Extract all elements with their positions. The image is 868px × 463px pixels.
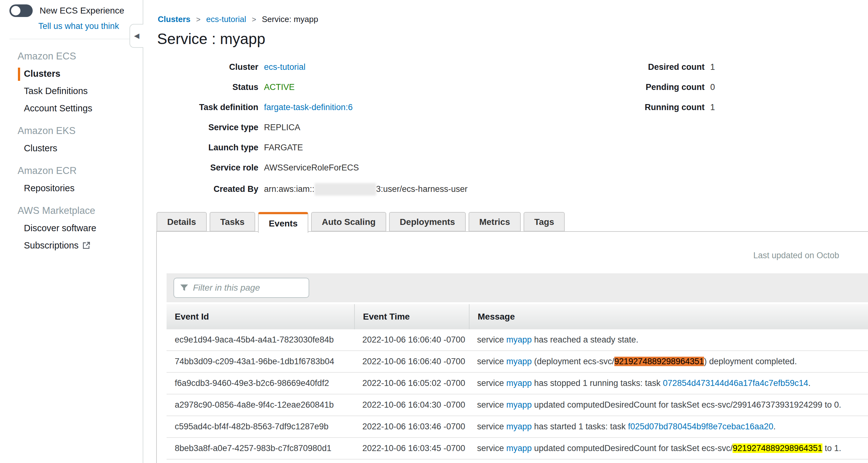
detail-label: Launch type	[158, 143, 258, 152]
message-cell: service myapp updated computedDesiredCou…	[469, 400, 868, 410]
detail-row-running-count: Running count1	[629, 103, 715, 123]
message-text: ) deployment completed.	[704, 357, 797, 366]
table-row: a2978c90-0856-4a8e-9f4c-12eae260841b2022…	[166, 395, 868, 416]
message-text: (deployment ecs-svc/	[532, 357, 614, 366]
last-updated-text: Last updated on Octob	[753, 251, 839, 260]
column-header-event-id: Event Id	[166, 312, 354, 322]
tab-metrics[interactable]: Metrics	[469, 212, 521, 231]
detail-row-task-definition: Task definitionfargate-task-definition:6	[158, 103, 468, 123]
detail-label: Desired count	[629, 62, 705, 72]
event-id-cell: a2978c90-0856-4a8e-9f4c-12eae260841b	[166, 400, 354, 410]
message-link[interactable]: 072854d473144d46a17fa4c7efb59c14	[663, 378, 808, 388]
filter-funnel-icon	[180, 283, 189, 292]
detail-link-cluster[interactable]: ecs-tutorial	[264, 62, 306, 72]
event-id-cell: c595ad4c-bf4f-482b-8563-7df9c1287e9b	[166, 422, 354, 432]
detail-row-desired-count: Desired count1	[629, 62, 715, 82]
message-text: service	[477, 335, 506, 344]
detail-value-pending-count: 0	[710, 82, 715, 92]
highlighted-id: 9219274889298964351	[733, 443, 822, 453]
toggle-knob	[11, 6, 21, 16]
page-title: Service : myapp	[157, 30, 265, 48]
message-text: has reached a steady state.	[532, 335, 638, 344]
filter-input[interactable]	[193, 283, 303, 293]
event-time-cell: 2022-10-06 16:06:40 -0700	[354, 335, 469, 345]
detail-value-service-type: REPLICA	[264, 123, 301, 133]
tab-tags[interactable]: Tags	[524, 212, 565, 231]
sidebar-item-repositories[interactable]: Repositories	[0, 180, 143, 197]
message-link[interactable]: myapp	[506, 400, 532, 409]
message-link[interactable]: myapp	[506, 443, 532, 453]
tab-events[interactable]: Events	[258, 212, 308, 233]
status-badge: ACTIVE	[264, 82, 295, 92]
detail-row-service-role: Service roleAWSServiceRoleForECS	[158, 163, 468, 183]
sidebar-item-discover-software[interactable]: Discover software	[0, 220, 143, 237]
detail-value-status: ACTIVE	[264, 82, 295, 92]
message-text: service	[477, 378, 506, 388]
new-ecs-experience-toggle[interactable]	[9, 4, 33, 17]
message-link[interactable]: f025d07bd780454b9f8e7cebac16aa20	[628, 422, 773, 431]
feedback-link[interactable]: Tell us what you think	[0, 17, 143, 31]
detail-label: Running count	[629, 103, 705, 112]
event-id-cell: ec9e1d94-9aca-45b4-a4a1-7823030fe84b	[166, 335, 354, 345]
arn-suffix: 3:user/ecs-harness-user	[376, 184, 468, 194]
sidebar-section-heading-amazon-ecs: Amazon ECS	[0, 42, 143, 65]
detail-value-created-by: arn:aws:iam::3:user/ecs-harness-user	[264, 183, 468, 196]
message-link[interactable]: myapp	[506, 422, 532, 431]
detail-link-task-definition[interactable]: fargate-task-definition:6	[264, 103, 352, 112]
events-table: Event IdEvent TimeMessage ec9e1d94-9aca-…	[166, 273, 868, 463]
table-body: ec9e1d94-9aca-45b4-a4a1-7823030fe84b2022…	[166, 329, 868, 463]
event-time-cell: 2022-10-06 16:05:02 -0700	[354, 378, 469, 388]
message-text: service	[477, 443, 506, 453]
detail-row-status: StatusACTIVE	[158, 82, 468, 103]
sidebar-section-heading-amazon-ecr: Amazon ECR	[0, 157, 143, 180]
detail-row-service-type: Service typeREPLICA	[158, 123, 468, 143]
event-time-cell: 2022-10-06 16:03:46 -0700	[354, 422, 469, 432]
message-text: has stopped 1 running tasks: task	[532, 378, 663, 388]
detail-value-desired-count: 1	[710, 62, 715, 72]
tab-deployments[interactable]: Deployments	[389, 212, 466, 231]
column-header-message: Message	[469, 304, 868, 329]
message-text: .	[773, 422, 776, 431]
table-row: 923b05c1-30b2-47bb-b535-9d2be22084e42022…	[166, 460, 868, 463]
sidebar-item-account-settings[interactable]: Account Settings	[0, 100, 143, 117]
detail-label: Status	[158, 82, 258, 92]
tab-details[interactable]: Details	[156, 212, 207, 231]
message-link[interactable]: myapp	[506, 357, 532, 366]
sidebar-section-heading-amazon-eks: Amazon EKS	[0, 117, 143, 140]
filter-box	[174, 278, 309, 298]
sidebar-item-task-definitions[interactable]: Task Definitions	[0, 82, 143, 100]
message-text: to 1.	[823, 443, 841, 453]
detail-value-service-role: AWSServiceRoleForECS	[264, 163, 359, 173]
breadcrumb-clusters[interactable]: Clusters	[158, 15, 190, 24]
detail-label: Service role	[158, 163, 258, 173]
sidebar-collapse-button[interactable]: ◀	[129, 24, 143, 48]
sidebar-item-clusters[interactable]: Clusters	[0, 65, 143, 82]
table-header: Event IdEvent TimeMessage	[166, 304, 868, 329]
sidebar-item-subscriptions[interactable]: Subscriptions	[0, 237, 143, 254]
sidebar-item-clusters[interactable]: Clusters	[0, 140, 143, 157]
ecs-console-page: New ECS Experience Tell us what you thin…	[0, 0, 868, 463]
event-id-cell: f6a9cdb3-9460-49e3-b2c6-98669e40fdf2	[166, 378, 354, 388]
column-header-event-time: Event Time	[354, 304, 469, 329]
detail-value-task-definition: fargate-task-definition:6	[264, 103, 352, 112]
detail-row-launch-type: Launch typeFARGATE	[158, 143, 468, 163]
event-id-cell: 8beb3a8f-a0e7-4257-983b-c7fc870980d1	[166, 443, 354, 453]
breadcrumb-separator: >	[196, 15, 200, 24]
detail-value-running-count: 1	[710, 103, 715, 112]
message-link[interactable]: myapp	[506, 378, 532, 388]
tab-auto-scaling[interactable]: Auto Scaling	[311, 212, 386, 231]
sidebar-item-label: Clusters	[24, 143, 57, 153]
event-time-cell: 2022-10-06 16:06:40 -0700	[354, 357, 469, 367]
sidebar-section-heading-aws-marketplace: AWS Marketplace	[0, 197, 143, 220]
message-text: service	[477, 400, 506, 409]
new-ecs-experience-label: New ECS Experience	[40, 6, 124, 16]
main-content: Clusters>ecs-tutorial>Service: myapp Ser…	[144, 0, 868, 463]
breadcrumb-ecs-tutorial[interactable]: ecs-tutorial	[206, 15, 246, 24]
breadcrumb-service-myapp: Service: myapp	[262, 15, 318, 24]
sidebar-item-label: Subscriptions	[24, 240, 79, 250]
message-link[interactable]: myapp	[506, 335, 532, 344]
message-cell: service myapp (deployment ecs-svc/921927…	[469, 357, 868, 367]
highlighted-id: 9219274889298964351	[614, 357, 704, 366]
tab-tasks[interactable]: Tasks	[210, 212, 255, 231]
message-cell: service myapp has reached a steady state…	[469, 335, 868, 345]
